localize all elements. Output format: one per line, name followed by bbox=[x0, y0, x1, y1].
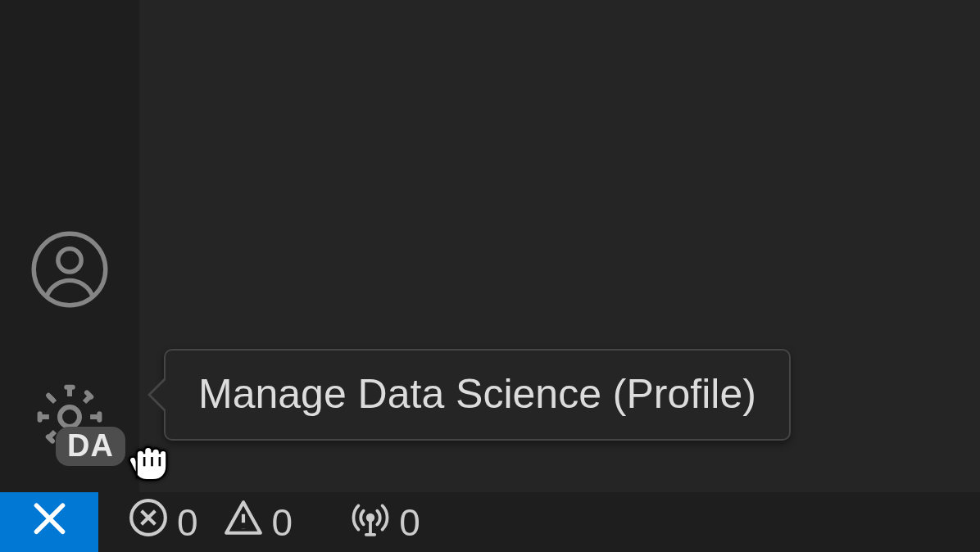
warnings-count: 0 bbox=[272, 500, 293, 545]
profile-badge: DA bbox=[56, 427, 125, 466]
ports-count: 0 bbox=[399, 500, 420, 545]
remote-icon bbox=[27, 498, 72, 546]
warning-icon bbox=[223, 497, 264, 547]
problems-errors-item[interactable]: 0 0 bbox=[128, 497, 293, 547]
remote-window-button[interactable] bbox=[0, 492, 98, 552]
errors-count: 0 bbox=[177, 500, 198, 545]
status-bar: 0 0 0 bbox=[0, 492, 980, 552]
tooltip-text: Manage Data Science (Profile) bbox=[198, 371, 756, 417]
manage-tooltip: Manage Data Science (Profile) bbox=[164, 349, 791, 441]
svg-point-2 bbox=[60, 407, 79, 427]
activity-bar: DA bbox=[0, 0, 139, 492]
svg-point-0 bbox=[34, 233, 106, 305]
manage-gear-button[interactable]: DA bbox=[20, 369, 119, 468]
accounts-button[interactable] bbox=[20, 222, 119, 320]
radio-tower-icon bbox=[350, 497, 391, 547]
error-icon bbox=[128, 497, 169, 547]
forwarded-ports-item[interactable]: 0 bbox=[350, 497, 420, 547]
accounts-icon bbox=[29, 228, 111, 314]
svg-point-1 bbox=[58, 249, 81, 272]
